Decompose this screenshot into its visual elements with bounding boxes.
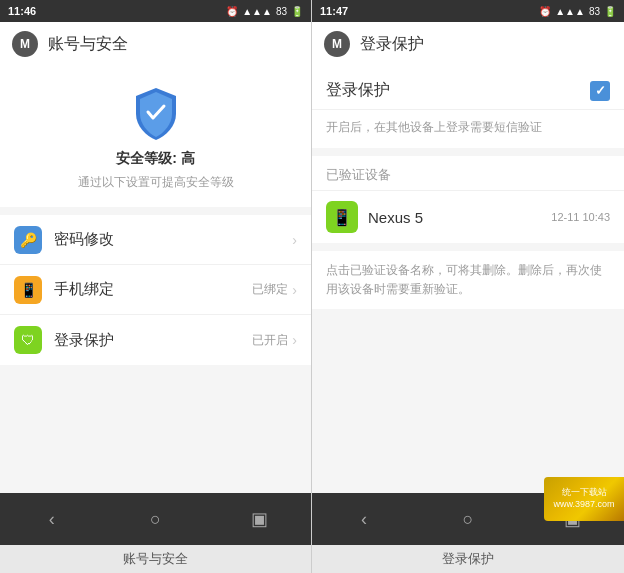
- login-section: 登录保护 ✓ 开启后，在其他设备上登录需要短信验证: [312, 66, 624, 148]
- password-icon: 🔑: [20, 232, 37, 248]
- security-section: 安全等级: 高 通过以下设置可提高安全等级: [0, 66, 311, 207]
- status-time-right: 11:47: [320, 5, 348, 17]
- security-level-text: 安全等级: 高: [116, 150, 195, 168]
- password-icon-box: 🔑: [14, 226, 42, 254]
- bottom-label-text-left: 账号与安全: [123, 550, 188, 568]
- verified-section: 已验证设备 📱 Nexus 5 12-11 10:43: [312, 156, 624, 243]
- header-title-right: 登录保护: [360, 34, 424, 55]
- app-icon-letter-right: M: [332, 37, 342, 51]
- device-item-nexus5[interactable]: 📱 Nexus 5 12-11 10:43: [312, 191, 624, 243]
- alarm-icon: ⏰: [226, 6, 238, 17]
- home-icon-right: ○: [463, 509, 474, 530]
- menu-item-phone[interactable]: 📱 手机绑定 已绑定 ›: [0, 265, 311, 315]
- menu-item-password[interactable]: 🔑 密码修改 ›: [0, 215, 311, 265]
- signal-icon-right: ▲▲▲: [555, 6, 585, 17]
- login-content: 登录保护 ✓ 开启后，在其他设备上登录需要短信验证 已验证设备 📱 Nexus …: [312, 66, 624, 493]
- app-icon-left: M: [12, 31, 38, 57]
- signal-icon: ▲▲▲: [242, 6, 272, 17]
- login-note: 点击已验证设备名称，可将其删除。删除后，再次使用该设备时需要重新验证。: [312, 251, 624, 309]
- nav-home-btn-right[interactable]: ○: [448, 499, 488, 539]
- battery-icon-right: 🔋: [604, 6, 616, 17]
- login-protect-icon: 🛡: [21, 332, 35, 348]
- arrow-icon-phone: ›: [292, 282, 297, 298]
- login-protection-checkbox[interactable]: ✓: [590, 81, 610, 101]
- app-icon-letter-left: M: [20, 37, 30, 51]
- nav-apps-btn-left[interactable]: ▣: [239, 499, 279, 539]
- battery-percent-left: 83: [276, 6, 287, 17]
- app-icon-right: M: [324, 31, 350, 57]
- security-hint: 通过以下设置可提高安全等级: [58, 174, 254, 191]
- watermark: 统一下载站 www.3987.com: [544, 477, 624, 521]
- content-left: 安全等级: 高 通过以下设置可提高安全等级 🔑 密码修改 › 📱 手机绑定: [0, 66, 311, 493]
- left-phone: 11:46 ⏰ ▲▲▲ 83 🔋 M 账号与安全 安全等级:: [0, 0, 312, 573]
- phone-icon-box: 📱: [14, 276, 42, 304]
- shield-icon: [132, 86, 180, 142]
- bottom-label-left: 账号与安全: [0, 545, 311, 573]
- login-header-row: 登录保护 ✓: [312, 66, 624, 110]
- battery-percent-right: 83: [589, 6, 600, 17]
- header-right: M 登录保护: [312, 22, 624, 66]
- menu-label-login: 登录保护: [54, 331, 252, 350]
- device-name: Nexus 5: [368, 209, 541, 226]
- bottom-label-text-right: 登录保护: [442, 550, 494, 568]
- login-desc: 开启后，在其他设备上登录需要短信验证: [312, 110, 624, 148]
- menu-label-password: 密码修改: [54, 230, 288, 249]
- login-protection-title: 登录保护: [326, 80, 390, 101]
- alarm-icon-right: ⏰: [539, 6, 551, 17]
- login-icon-box: 🛡: [14, 326, 42, 354]
- menu-item-login[interactable]: 🛡 登录保护 已开启 ›: [0, 315, 311, 365]
- status-time-left: 11:46: [8, 5, 36, 17]
- status-icons-left: ⏰ ▲▲▲ 83 🔋: [226, 6, 303, 17]
- battery-icon-left: 🔋: [291, 6, 303, 17]
- watermark-line2: www.3987.com: [553, 499, 614, 511]
- apps-icon-left: ▣: [251, 508, 268, 530]
- back-icon-right: ‹: [361, 509, 367, 530]
- nav-back-btn-left[interactable]: ‹: [32, 499, 72, 539]
- status-bar-right: 11:47 ⏰ ▲▲▲ 83 🔋: [312, 0, 624, 22]
- security-level-label: 安全等级:: [116, 150, 177, 166]
- device-icon-box: 📱: [326, 201, 358, 233]
- menu-right-phone: 已绑定: [252, 281, 288, 298]
- header-title-left: 账号与安全: [48, 34, 128, 55]
- check-mark-icon: ✓: [595, 83, 606, 98]
- header-left: M 账号与安全: [0, 22, 311, 66]
- device-timestamp: 12-11 10:43: [551, 211, 610, 223]
- right-phone: 11:47 ⏰ ▲▲▲ 83 🔋 M 登录保护 登录保护 ✓ 开启后，在其他设备…: [312, 0, 624, 573]
- status-bar-left: 11:46 ⏰ ▲▲▲ 83 🔋: [0, 0, 311, 22]
- menu-list: 🔑 密码修改 › 📱 手机绑定 已绑定 › 🛡 登录保护: [0, 215, 311, 365]
- phone-bind-icon: 📱: [20, 282, 37, 298]
- status-icons-right: ⏰ ▲▲▲ 83 🔋: [539, 6, 616, 17]
- bottom-nav-left: ‹ ○ ▣: [0, 493, 311, 545]
- menu-label-phone: 手机绑定: [54, 280, 252, 299]
- nav-home-btn-left[interactable]: ○: [135, 499, 175, 539]
- menu-right-login: 已开启: [252, 332, 288, 349]
- nav-back-btn-right[interactable]: ‹: [344, 499, 384, 539]
- home-icon-left: ○: [150, 509, 161, 530]
- watermark-line1: 统一下载站: [553, 487, 614, 499]
- verified-header: 已验证设备: [312, 156, 624, 191]
- arrow-icon-password: ›: [292, 232, 297, 248]
- security-level-value: 高: [181, 150, 195, 166]
- device-phone-icon: 📱: [332, 208, 352, 227]
- back-icon-left: ‹: [49, 509, 55, 530]
- bottom-label-right: 登录保护: [312, 545, 624, 573]
- arrow-icon-login: ›: [292, 332, 297, 348]
